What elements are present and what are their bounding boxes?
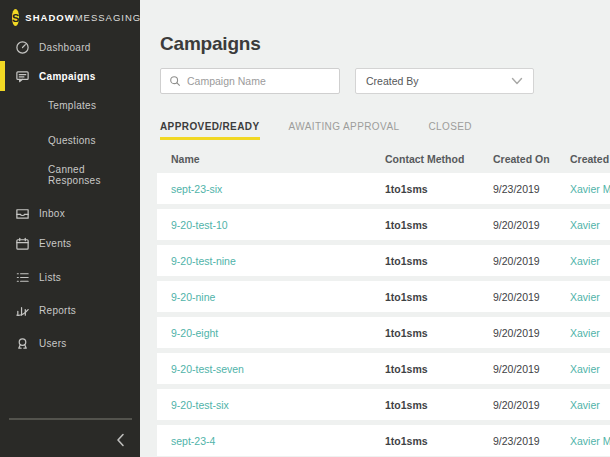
sidebar-item-label: Questions <box>48 135 96 146</box>
created-by-link[interactable]: Xavier M <box>570 435 610 447</box>
table-row: sept-23-six 1to1sms 9/23/2019 Xavier M <box>157 173 610 204</box>
table-row: 9-20-test-nine 1to1sms 9/20/2019 Xavier <box>157 245 610 276</box>
campaign-name-link[interactable]: 9-20-test-six <box>157 399 385 411</box>
column-header-created-by: Created By <box>570 153 610 165</box>
table-row: sept-23-4 1to1sms 9/23/2019 Xavier M <box>157 425 610 456</box>
sidebar-item-label: Reports <box>39 305 76 316</box>
bar-chart-icon <box>14 302 31 319</box>
campaign-name-link[interactable]: sept-23-4 <box>157 435 385 447</box>
sidebar-item-lists[interactable]: Lists <box>0 262 140 292</box>
dashboard-icon <box>14 39 31 56</box>
tab-closed[interactable]: CLOSED <box>428 121 472 140</box>
column-header-created-on: Created On <box>493 153 570 165</box>
created-on-cell: 9/20/2019 <box>493 219 570 231</box>
column-header-name: Name <box>157 153 385 165</box>
created-by-select[interactable]: Created By <box>355 68 534 94</box>
sidebar-item-label: Users <box>39 338 67 349</box>
inbox-icon <box>14 205 31 222</box>
created-by-link[interactable]: Xavier <box>570 399 610 411</box>
sidebar-item-label: Templates <box>48 100 96 111</box>
user-icon <box>14 335 31 352</box>
table-header: Name Contact Method Created On Created B… <box>157 145 610 173</box>
sidebar-item-inbox[interactable]: Inbox <box>0 198 140 228</box>
created-on-cell: 9/20/2019 <box>493 255 570 267</box>
tab-awaiting-approval[interactable]: AWAITING APPROVAL <box>289 121 400 140</box>
created-on-cell: 9/20/2019 <box>493 291 570 303</box>
sidebar-item-label: Inbox <box>39 208 65 219</box>
status-tabs: APPROVED/READY AWAITING APPROVAL CLOSED <box>160 121 472 140</box>
brand-name-bold: SHADOW <box>25 12 74 23</box>
contact-method-cell: 1to1sms <box>385 183 493 195</box>
created-by-select-value: Created By <box>366 75 419 87</box>
logo-icon: S <box>12 9 19 26</box>
created-by-link[interactable]: Xavier <box>570 219 610 231</box>
campaign-search <box>160 68 340 94</box>
list-icon <box>14 269 31 286</box>
contact-method-cell: 1to1sms <box>385 291 493 303</box>
sidebar-collapse-button[interactable] <box>112 431 128 449</box>
created-on-cell: 9/20/2019 <box>493 363 570 375</box>
created-by-link[interactable]: Xavier <box>570 327 610 339</box>
created-on-cell: 9/23/2019 <box>493 183 570 195</box>
sidebar-item-label: Canned Responses <box>48 164 140 186</box>
page-title: Campaigns <box>160 33 261 55</box>
brand-logo[interactable]: S SHADOWMESSAGING <box>0 0 140 26</box>
brand-name-light: MESSAGING <box>75 12 142 23</box>
sidebar-item-dashboard[interactable]: Dashboard <box>0 32 140 62</box>
table-row: 9-20-test-six 1to1sms 9/20/2019 Xavier <box>157 389 610 420</box>
chevron-down-icon <box>511 77 523 85</box>
table-row: 9-20-eight 1to1sms 9/20/2019 Xavier <box>157 317 610 348</box>
calendar-icon <box>14 235 31 252</box>
created-on-cell: 9/20/2019 <box>493 327 570 339</box>
search-icon <box>169 75 181 87</box>
sidebar-item-label: Events <box>39 238 71 249</box>
main-content: Campaigns Created By APPROVED/READY AWAI… <box>140 0 610 457</box>
contact-method-cell: 1to1sms <box>385 219 493 231</box>
contact-method-cell: 1to1sms <box>385 363 493 375</box>
contact-method-cell: 1to1sms <box>385 255 493 267</box>
brand-name: SHADOWMESSAGING <box>25 12 141 23</box>
created-on-cell: 9/20/2019 <box>493 399 570 411</box>
created-by-link[interactable]: Xavier M <box>570 183 610 195</box>
campaign-name-link[interactable]: 9-20-test-nine <box>157 255 385 267</box>
sidebar-item-users[interactable]: Users <box>0 328 140 358</box>
campaign-name-link[interactable]: 9-20-test-10 <box>157 219 385 231</box>
created-by-link[interactable]: Xavier <box>570 291 610 303</box>
sidebar-item-label: Dashboard <box>39 42 91 53</box>
campaigns-icon <box>14 68 31 85</box>
table-row: 9-20-nine 1to1sms 9/20/2019 Xavier <box>157 281 610 312</box>
campaigns-table: Name Contact Method Created On Created B… <box>157 145 610 457</box>
sidebar-item-label: Lists <box>39 272 61 283</box>
table-row: 9-20-test-seven 1to1sms 9/20/2019 Xavier <box>157 353 610 384</box>
sidebar-item-canned-responses[interactable]: Canned Responses <box>0 160 140 190</box>
sidebar-item-reports[interactable]: Reports <box>0 295 140 325</box>
contact-method-cell: 1to1sms <box>385 399 493 411</box>
sidebar-item-campaigns[interactable]: Campaigns <box>0 61 140 91</box>
created-on-cell: 9/23/2019 <box>493 435 570 447</box>
campaign-name-input[interactable] <box>187 75 327 87</box>
sidebar: S SHADOWMESSAGING Dashboard Campaigns Te… <box>0 0 140 457</box>
column-header-contact-method: Contact Method <box>385 153 493 165</box>
contact-method-cell: 1to1sms <box>385 435 493 447</box>
sidebar-item-events[interactable]: Events <box>0 228 140 258</box>
tab-approved-ready[interactable]: APPROVED/READY <box>160 121 260 140</box>
sidebar-item-templates[interactable]: Templates <box>0 90 140 120</box>
sidebar-divider <box>9 418 132 420</box>
created-by-link[interactable]: Xavier <box>570 363 610 375</box>
campaign-name-link[interactable]: 9-20-test-seven <box>157 363 385 375</box>
sidebar-item-label: Campaigns <box>39 71 96 82</box>
campaign-name-link[interactable]: 9-20-nine <box>157 291 385 303</box>
campaign-name-link[interactable]: 9-20-eight <box>157 327 385 339</box>
contact-method-cell: 1to1sms <box>385 327 493 339</box>
chevron-left-icon <box>116 433 125 447</box>
created-by-link[interactable]: Xavier <box>570 255 610 267</box>
campaign-name-link[interactable]: sept-23-six <box>157 183 385 195</box>
sidebar-item-questions[interactable]: Questions <box>0 125 140 155</box>
table-row: 9-20-test-10 1to1sms 9/20/2019 Xavier <box>157 209 610 240</box>
